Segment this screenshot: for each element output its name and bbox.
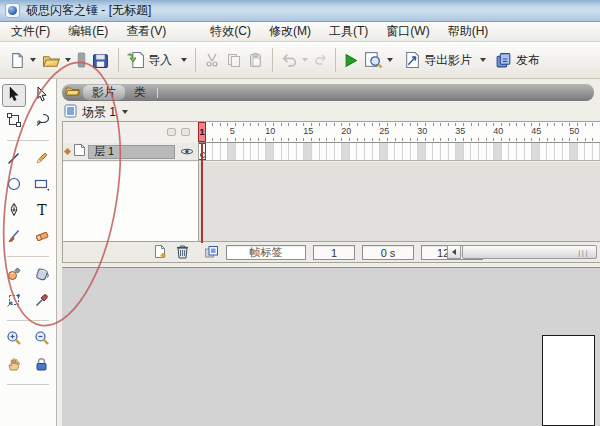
frame-cell[interactable] [479, 143, 487, 160]
paint-bucket-tool[interactable] [30, 264, 54, 287]
frame-cell[interactable] [494, 143, 502, 160]
timeline-horizontal-scrollbar[interactable]: ||| [447, 245, 597, 259]
frame-cell[interactable] [433, 143, 441, 160]
frame-cell[interactable] [259, 143, 267, 160]
add-layer-button[interactable] [153, 244, 168, 262]
undo-button[interactable] [278, 50, 311, 70]
eyedropper-tool[interactable] [30, 290, 54, 313]
frame-cell[interactable] [228, 143, 236, 160]
frame-cell[interactable] [251, 143, 259, 160]
frame-cell[interactable] [547, 143, 555, 160]
menu-modify[interactable]: 修改(M) [260, 21, 320, 42]
fill-transform-tool[interactable] [2, 290, 26, 313]
layer-name[interactable]: 层 1 [88, 145, 175, 159]
save-all-button[interactable] [89, 50, 113, 71]
layer-row[interactable]: 层 1 [63, 143, 198, 161]
selection-tool[interactable] [2, 84, 26, 107]
line-tool[interactable] [2, 148, 26, 171]
frame-cell[interactable] [365, 143, 373, 160]
menu-tools[interactable]: 工具(T) [320, 21, 377, 42]
scrollbar-thumb[interactable]: ||| [462, 245, 597, 259]
frame-cell[interactable] [471, 143, 479, 160]
menu-effects[interactable]: 特效(C) [201, 21, 260, 42]
rectangle-tool[interactable] [30, 174, 54, 197]
import-button[interactable]: 导入 [124, 49, 190, 71]
layers-body[interactable] [63, 162, 198, 241]
cut-button[interactable] [201, 50, 223, 70]
frame-cell[interactable] [266, 143, 274, 160]
frame-cell[interactable] [342, 143, 350, 160]
frame-cell[interactable] [540, 143, 548, 160]
frame-cell[interactable] [570, 143, 578, 160]
frame-cell[interactable] [464, 143, 472, 160]
frame-cell[interactable] [327, 143, 335, 160]
playhead-marker[interactable]: 1 [198, 122, 206, 142]
lasso-tool[interactable] [30, 110, 54, 133]
menu-edit[interactable]: 编辑(E) [59, 21, 117, 42]
import-dropdown-caret[interactable] [181, 58, 187, 62]
frame-cell[interactable] [388, 143, 396, 160]
frame-cell[interactable] [441, 143, 449, 160]
menu-window[interactable]: 窗口(W) [377, 21, 438, 42]
frame-cell[interactable] [585, 143, 593, 160]
export-movie-button[interactable]: 导出影片 [400, 49, 489, 71]
stage-canvas[interactable] [542, 335, 595, 426]
subselection-tool[interactable] [30, 84, 54, 107]
frame-cell[interactable] [320, 143, 328, 160]
export-dropdown-caret[interactable] [480, 58, 486, 62]
pencil-tool[interactable] [30, 148, 54, 171]
copy-button[interactable] [223, 50, 245, 70]
frame-cell[interactable] [312, 143, 320, 160]
tab-movie[interactable]: 影片 [83, 85, 125, 100]
lock-tool[interactable] [30, 354, 54, 377]
visibility-column-icon[interactable] [167, 128, 176, 136]
text-tool[interactable]: T [30, 200, 54, 223]
scene-label[interactable]: 场景 1 [82, 104, 116, 121]
frame-cell[interactable] [449, 143, 457, 160]
frame-cell[interactable] [297, 143, 305, 160]
frame-cell[interactable] [244, 143, 252, 160]
save-button[interactable] [74, 50, 89, 70]
ink-bottle-tool[interactable] [2, 264, 26, 287]
frame-cell[interactable] [289, 143, 297, 160]
preview-dropdown-caret[interactable] [387, 58, 393, 62]
frame-cell[interactable] [456, 143, 464, 160]
frame-cell[interactable] [304, 143, 312, 160]
timeline-ruler[interactable]: 1 5101520253035404550 [198, 122, 600, 143]
zoom-in-tool[interactable] [2, 328, 26, 351]
redo-button[interactable] [311, 51, 330, 69]
play-button[interactable] [341, 51, 361, 70]
frame-cell[interactable] [555, 143, 563, 160]
layer-visibility-eye-icon[interactable] [180, 145, 194, 159]
paste-button[interactable] [245, 50, 267, 70]
frame-cell[interactable] [418, 143, 426, 160]
frame-cell[interactable] [411, 143, 419, 160]
frame-cell[interactable] [357, 143, 365, 160]
lock-column-icon[interactable] [181, 128, 190, 136]
undo-dropdown-caret[interactable] [302, 58, 308, 62]
frame-cell[interactable] [221, 143, 229, 160]
zoom-out-tool[interactable] [30, 328, 54, 351]
scroll-left-button[interactable] [447, 245, 461, 259]
preview-button[interactable] [361, 49, 396, 71]
eraser-tool[interactable] [30, 226, 54, 249]
frame-cell[interactable] [274, 143, 282, 160]
frame-cell[interactable] [236, 143, 244, 160]
onion-skin-icon[interactable] [204, 245, 219, 262]
frame-cells[interactable] [198, 143, 600, 161]
frame-cell[interactable] [525, 143, 533, 160]
work-area[interactable] [62, 267, 600, 426]
frame-cell[interactable] [395, 143, 403, 160]
frame-cell[interactable] [282, 143, 290, 160]
frame-cell[interactable] [578, 143, 586, 160]
free-transform-tool[interactable] [2, 110, 26, 133]
open-button[interactable] [39, 50, 74, 71]
frame-cell[interactable] [213, 143, 221, 160]
pen-tool[interactable] [2, 200, 26, 223]
scene-dropdown-caret[interactable] [122, 110, 128, 114]
frame-cell[interactable] [403, 143, 411, 160]
frame-cell[interactable] [373, 143, 381, 160]
frames-body[interactable] [198, 162, 600, 241]
frame-cell[interactable] [487, 143, 495, 160]
frame-cell[interactable] [380, 143, 388, 160]
